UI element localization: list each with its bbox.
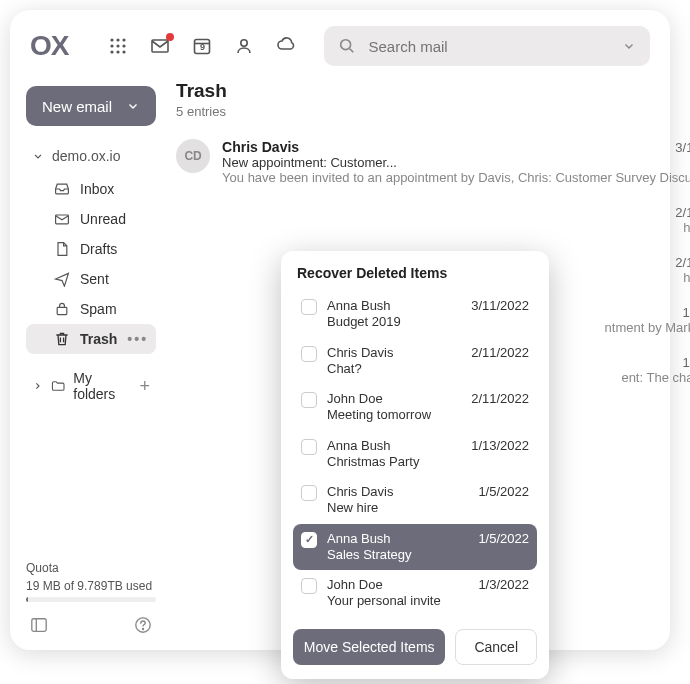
chevron-down-icon[interactable]	[622, 39, 636, 53]
entry-count: 5 entries	[170, 104, 690, 129]
folder-unread[interactable]: Unread	[26, 204, 156, 234]
checkbox[interactable]	[301, 485, 317, 501]
new-email-button[interactable]: New email	[26, 86, 156, 126]
dialog-title: Recover Deleted Items	[293, 265, 537, 281]
svg-point-5	[123, 44, 126, 47]
svg-point-7	[117, 50, 120, 53]
recover-item-date: 1/5/2022	[478, 531, 529, 546]
drafts-icon	[54, 241, 70, 257]
checkbox[interactable]	[301, 532, 317, 548]
new-email-label: New email	[42, 98, 112, 115]
svg-point-8	[123, 50, 126, 53]
recover-item-date: 2/11/2022	[471, 345, 529, 360]
avatar: CD	[176, 139, 210, 173]
message-date: 1/5/2022	[683, 305, 690, 320]
help-icon[interactable]	[134, 616, 152, 634]
svg-point-17	[143, 629, 144, 630]
checkbox[interactable]	[301, 346, 317, 362]
apps-icon[interactable]	[108, 36, 128, 56]
message-subject: New appointment: Customer...	[222, 155, 690, 170]
spam-icon	[54, 301, 70, 317]
message-row[interactable]: 2/11/2022hris. You	[170, 195, 690, 245]
recover-item-text: John DoeMeeting tomorrow	[327, 391, 461, 424]
search-input[interactable]	[368, 38, 610, 55]
mail-icon[interactable]	[150, 36, 170, 56]
notification-dot	[166, 33, 174, 41]
collapse-sidebar-icon[interactable]	[30, 616, 48, 634]
message-row[interactable]: CDChris Davis3/11/2022New appointment: C…	[170, 129, 690, 195]
recover-item[interactable]: Anna BushSales Strategy1/5/2022	[293, 524, 537, 571]
svg-point-2	[123, 38, 126, 41]
recover-item-text: Anna BushChristmas Party	[327, 438, 461, 471]
search-bar[interactable]	[324, 26, 650, 66]
recover-item[interactable]: John DoeMeeting tomorrow2/11/2022	[293, 384, 537, 431]
account-label: demo.ox.io	[52, 148, 120, 164]
message-date: 2/11/2022	[675, 205, 690, 220]
svg-point-0	[111, 38, 114, 41]
recover-item-text: Anna BushBudget 2019	[327, 298, 461, 331]
folder-inbox[interactable]: Inbox	[26, 174, 156, 204]
folder-sent[interactable]: Sent	[26, 264, 156, 294]
calendar-icon[interactable]: 9	[192, 36, 212, 56]
recover-item-text: Chris DavisChat?	[327, 345, 461, 378]
folder-drafts[interactable]: Drafts	[26, 234, 156, 264]
message-date: 3/11/2022	[675, 140, 690, 155]
recover-item-date: 1/3/2022	[478, 577, 529, 592]
recover-item-text: John DoeYour personal invite	[327, 577, 468, 610]
folder-label: Inbox	[80, 181, 114, 197]
folder-spam[interactable]: Spam	[26, 294, 156, 324]
svg-point-11	[241, 40, 247, 46]
checkbox[interactable]	[301, 578, 317, 594]
recover-item-date: 2/11/2022	[471, 391, 529, 406]
svg-rect-14	[57, 307, 67, 314]
logo	[30, 30, 68, 62]
svg-point-1	[117, 38, 120, 41]
folder-icon	[51, 378, 65, 394]
svg-point-12	[341, 40, 351, 50]
recover-dialog: Recover Deleted Items Anna BushBudget 20…	[281, 251, 549, 679]
folder-trash[interactable]: Trash•••	[26, 324, 156, 354]
cancel-button[interactable]: Cancel	[455, 629, 537, 665]
message-sender: Chris Davis	[222, 139, 299, 155]
calendar-day: 9	[200, 42, 205, 52]
folder-list: InboxUnreadDraftsSentSpamTrash•••	[26, 174, 156, 354]
checkbox[interactable]	[301, 392, 317, 408]
svg-point-4	[117, 44, 120, 47]
folder-label: Drafts	[80, 241, 117, 257]
inbox-icon	[54, 181, 70, 197]
recover-list: Anna BushBudget 20193/11/2022Chris Davis…	[293, 291, 537, 617]
checkbox[interactable]	[301, 439, 317, 455]
recover-item[interactable]: Anna BushBudget 20193/11/2022	[293, 291, 537, 338]
my-folders-row[interactable]: My folders +	[26, 360, 156, 412]
folder-label: Spam	[80, 301, 117, 317]
move-selected-button[interactable]: Move Selected Items	[293, 629, 445, 665]
chevron-down-icon	[126, 99, 140, 113]
folder-label: Trash	[80, 331, 117, 347]
account-row[interactable]: demo.ox.io	[26, 144, 156, 168]
drive-icon[interactable]	[276, 36, 296, 56]
sent-icon	[54, 271, 70, 287]
message-date: 2/11/2022	[675, 255, 690, 270]
contacts-icon[interactable]	[234, 36, 254, 56]
content-header: Trash •••	[170, 80, 690, 104]
recover-item-date: 1/5/2022	[478, 484, 529, 499]
sidebar: New email demo.ox.io InboxUnreadDraftsSe…	[10, 74, 170, 644]
folder-label: Unread	[80, 211, 126, 227]
add-folder-icon[interactable]: +	[140, 376, 151, 397]
quota-label: Quota	[26, 561, 156, 575]
svg-point-6	[111, 50, 114, 53]
topbar: 9	[10, 10, 670, 74]
recover-item[interactable]: Chris DavisChat?2/11/2022	[293, 338, 537, 385]
message-date: 1/1/2022	[683, 355, 690, 370]
recover-item[interactable]: John DoeYour personal invite1/3/2022	[293, 570, 537, 617]
folder-label: Sent	[80, 271, 109, 287]
message-preview: hris. You	[222, 220, 690, 235]
search-icon	[338, 37, 356, 55]
recover-item[interactable]: Anna BushChristmas Party1/13/2022	[293, 431, 537, 478]
checkbox[interactable]	[301, 299, 317, 315]
top-icons: 9	[108, 36, 296, 56]
folder-more-icon[interactable]: •••	[127, 331, 148, 347]
recover-item[interactable]: Chris DavisNew hire1/5/2022	[293, 477, 537, 524]
recover-item-text: Chris DavisNew hire	[327, 484, 468, 517]
svg-point-3	[111, 44, 114, 47]
